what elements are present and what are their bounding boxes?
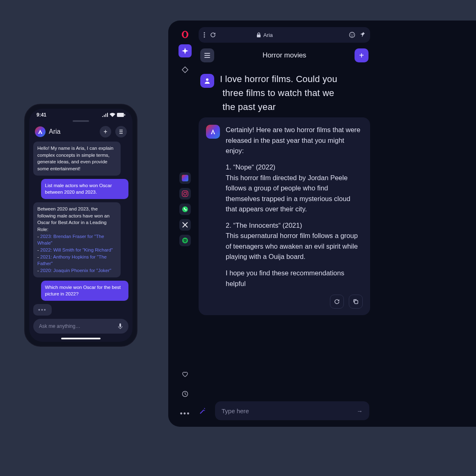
phone-input[interactable]: Ask me anything…	[33, 319, 128, 334]
svg-point-3	[183, 32, 187, 37]
aria-title: Aria	[49, 128, 60, 135]
assistant-text: Certainly! Here are two horror films tha…	[226, 125, 363, 289]
chat-input[interactable]: Type here →	[215, 401, 369, 420]
instagram-app-icon[interactable]	[179, 188, 191, 199]
phone-device: 9:41 Aria + Hello! My nam	[24, 104, 137, 347]
background-url-fragment: or-tv-stand-features-specs-review	[458, 53, 476, 60]
emoji-icon[interactable]	[349, 32, 355, 38]
new-chat-button[interactable]: +	[100, 126, 111, 137]
pin-icon[interactable]	[359, 32, 365, 38]
spotify-app-icon[interactable]	[179, 235, 191, 246]
svg-rect-1	[124, 114, 125, 116]
regenerate-button[interactable]	[330, 295, 344, 309]
home-indicator[interactable]	[61, 338, 101, 339]
list-button[interactable]	[115, 126, 127, 137]
panel-header: Horror movies +	[199, 43, 370, 69]
status-bar: 9:41	[29, 109, 133, 119]
more-button[interactable]: •••	[178, 407, 192, 420]
user-avatar-icon	[200, 74, 214, 88]
status-time: 9:41	[37, 112, 46, 118]
oscar-link[interactable]: 2022: Will Smith for "King Richard"	[40, 247, 113, 252]
input-placeholder: Type here	[222, 407, 249, 414]
background-page: Bē Behance or-tv-stand-features-specs-re…	[414, 21, 476, 427]
bot-message: Between 2020 and 2023, the following mal…	[33, 202, 121, 277]
microphone-icon[interactable]	[118, 323, 123, 330]
background-video-thumbnail[interactable]	[435, 308, 476, 382]
x-app-icon[interactable]	[179, 219, 191, 231]
aria-logo-icon	[206, 125, 220, 139]
phone-header: Aria +	[29, 124, 133, 142]
opera-browser-window: Bē Behance or-tv-stand-features-specs-re…	[168, 21, 476, 427]
workspaces-button[interactable]	[178, 63, 192, 76]
url-bar[interactable]: Aria	[199, 27, 370, 43]
favorites-button[interactable]	[178, 368, 192, 381]
svg-rect-4	[182, 67, 188, 73]
svg-point-13	[204, 37, 205, 38]
svg-rect-19	[355, 300, 358, 304]
svg-point-7	[186, 192, 187, 192]
input-row: Type here →	[199, 401, 369, 420]
user-prompt-row: I love horror films. Could you three fil…	[199, 69, 370, 115]
svg-point-12	[204, 34, 205, 36]
new-topic-button[interactable]: +	[355, 48, 368, 62]
svg-point-15	[350, 32, 355, 38]
status-icons	[102, 113, 125, 117]
svg-point-11	[204, 32, 205, 34]
oscar-link[interactable]: 2023: Brendan Fraser for "The Whale"	[37, 234, 104, 246]
bot-list-intro: Between 2020 and 2023, the following mal…	[37, 206, 110, 232]
bot-message: Hello! My name is Aria, I can explain co…	[33, 142, 121, 176]
aria-app-icon[interactable]	[179, 172, 191, 184]
youtube-play-icon[interactable]	[474, 336, 476, 354]
magic-wand-icon[interactable]	[199, 407, 210, 414]
background-paragraph: Whether you put this u SA's put together…	[435, 185, 476, 238]
assistant-intro: Certainly! Here are two horror films tha…	[226, 125, 363, 156]
assistant-item-2: 2. “The Innocents“ (2021) This supernatu…	[226, 220, 363, 262]
history-button[interactable]	[178, 387, 192, 400]
svg-point-18	[206, 78, 208, 81]
send-arrow-icon[interactable]: →	[357, 407, 363, 414]
assistant-response-card: Certainly! Here are two horror films tha…	[199, 117, 370, 315]
aria-panel: Aria Horror movies + I love horror films…	[199, 27, 370, 420]
user-prompt-text: I love horror films. Could you three fil…	[220, 72, 337, 114]
wifi-icon	[110, 113, 115, 117]
svg-rect-5	[182, 191, 188, 197]
user-message: Which movie won Oscar for the best pictu…	[41, 281, 128, 301]
url-text: Aria	[263, 32, 273, 38]
phone-screen: 9:41 Aria + Hello! My nam	[29, 109, 133, 342]
whatsapp-app-icon[interactable]	[179, 204, 191, 215]
copy-button[interactable]	[349, 295, 363, 309]
assistant-outro: I hope you find these recommendations he…	[226, 268, 363, 289]
svg-point-17	[353, 34, 354, 35]
phone-chat[interactable]: Hello! My name is Aria, I can explain co…	[29, 142, 133, 316]
panel-title: Horror movies	[263, 51, 307, 60]
oscar-link[interactable]: 2020: Joaquin Phoenix for "Joker"	[40, 268, 111, 273]
oscar-link[interactable]: 2021: Anthony Hopkins for "The Father"	[37, 254, 107, 266]
svg-point-16	[351, 34, 352, 35]
background-video-title: n Expedition 67-68 E	[469, 266, 476, 275]
aria-brand: Aria	[35, 126, 60, 137]
browser-side-rail: •••	[175, 27, 195, 420]
menu-button[interactable]	[200, 48, 214, 62]
svg-rect-14	[257, 34, 261, 37]
lock-icon	[256, 32, 261, 38]
menu-dots-icon[interactable]	[204, 32, 205, 38]
typing-indicator: •••	[33, 304, 52, 316]
drag-handle[interactable]	[73, 120, 89, 122]
aria-sidebar-button[interactable]	[178, 44, 192, 57]
aria-logo-icon	[35, 126, 46, 137]
reload-icon[interactable]	[210, 32, 216, 38]
user-message: List male actors who won Oscar between 2…	[41, 179, 128, 199]
signal-icon	[102, 113, 108, 117]
opera-logo-icon[interactable]	[181, 30, 189, 39]
battery-icon	[117, 113, 125, 117]
assistant-item-1: 1. “Nope“ (2022) This horror film direct…	[226, 162, 363, 215]
svg-rect-0	[117, 113, 124, 117]
input-placeholder: Ask me anything…	[39, 323, 80, 329]
svg-point-6	[184, 192, 187, 195]
